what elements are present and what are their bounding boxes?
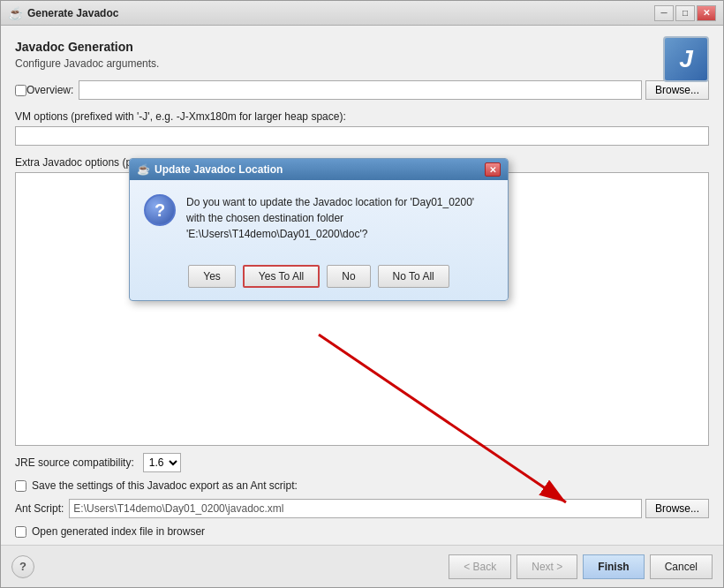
overview-checkbox[interactable]	[15, 85, 26, 96]
back-button[interactable]: < Back	[449, 554, 511, 579]
overview-row: Overview: Browse...	[15, 80, 709, 100]
update-javadoc-dialog: ☕ Update Javadoc Location ✕ ? Do you wan…	[129, 158, 509, 301]
window-icon: ☕	[8, 6, 22, 20]
content-area: Javadoc Generation Configure Javadoc arg…	[1, 26, 723, 545]
overview-label: Overview:	[26, 84, 73, 96]
yes-button[interactable]: Yes	[188, 265, 236, 288]
finish-button[interactable]: Finish	[583, 554, 644, 579]
browse-ant-button[interactable]: Browse...	[645, 499, 709, 518]
window-title: Generate Javadoc	[27, 7, 654, 19]
javadoc-logo	[663, 36, 709, 82]
overview-input[interactable]	[79, 80, 642, 100]
browse-overview-button[interactable]: Browse...	[645, 80, 709, 100]
maximize-button[interactable]: □	[675, 5, 695, 21]
jre-row: JRE source compatibility: 1.6	[15, 453, 709, 472]
no-to-all-button[interactable]: No To All	[378, 265, 449, 288]
ant-script-input[interactable]	[69, 499, 642, 518]
yes-to-all-button[interactable]: Yes To All	[243, 265, 320, 288]
footer-right: < Back Next > Finish Cancel	[34, 554, 713, 579]
cancel-button[interactable]: Cancel	[650, 554, 713, 579]
save-settings-checkbox[interactable]	[15, 480, 26, 492]
footer: ? < Back Next > Finish Cancel	[1, 545, 723, 587]
save-settings-label: Save the settings of this Javadoc export…	[32, 479, 298, 492]
title-bar: ☕ Generate Javadoc ─ □ ✕	[1, 1, 723, 26]
dialog-question-icon: ?	[144, 194, 176, 226]
dialog-message: Do you want to update the Javadoc locati…	[186, 194, 494, 242]
dialog-buttons: Yes Yes To All No No To All	[130, 256, 508, 300]
minimize-button[interactable]: ─	[654, 5, 674, 21]
ant-script-label: Ant Script:	[15, 502, 64, 515]
page-title: Javadoc Generation	[15, 40, 709, 54]
open-index-label: Open generated index file in browser	[32, 525, 205, 538]
open-index-row: Open generated index file in browser	[15, 525, 709, 538]
no-button[interactable]: No	[327, 265, 370, 288]
save-settings-row: Save the settings of this Javadoc export…	[15, 479, 709, 492]
page-subtitle: Configure Javadoc arguments.	[15, 57, 709, 70]
open-index-checkbox[interactable]	[15, 526, 26, 538]
close-button[interactable]: ✕	[697, 5, 716, 21]
javadoc-icon	[663, 36, 709, 82]
jre-label: JRE source compatibility:	[15, 456, 134, 469]
help-button[interactable]: ?	[11, 555, 34, 578]
dialog-title-text: Update Javadoc Location	[155, 163, 485, 176]
vm-options-input[interactable]	[15, 126, 709, 146]
dialog-title-icon: ☕	[137, 163, 149, 176]
dialog-body: ? Do you want to update the Javadoc loca…	[130, 180, 508, 256]
jre-select[interactable]: 1.6	[143, 453, 181, 472]
ant-script-row: Ant Script: Browse...	[15, 499, 709, 518]
dialog-close-button[interactable]: ✕	[485, 162, 501, 177]
footer-left: ?	[11, 555, 34, 578]
dialog-title-bar: ☕ Update Javadoc Location ✕	[130, 159, 508, 180]
title-bar-buttons: ─ □ ✕	[654, 5, 716, 21]
next-button[interactable]: Next >	[517, 554, 577, 579]
main-window: ☕ Generate Javadoc ─ □ ✕ Javadoc Generat…	[0, 0, 724, 588]
vm-options-label: VM options (prefixed with '-J', e.g. -J-…	[15, 110, 709, 123]
